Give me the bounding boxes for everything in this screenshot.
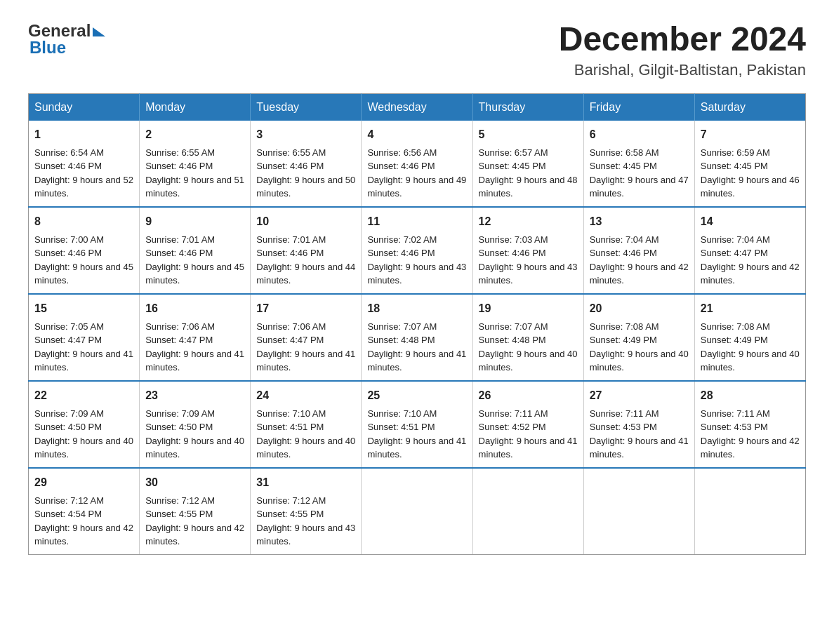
sunrise-text: Sunrise: 7:10 AM	[367, 408, 437, 419]
calendar-week-row-5: 29Sunrise: 7:12 AMSunset: 4:54 PMDayligh…	[29, 468, 806, 555]
daylight-text: Daylight: 9 hours and 43 minutes.	[479, 262, 578, 286]
calendar-cell: 15Sunrise: 7:05 AMSunset: 4:47 PMDayligh…	[29, 294, 140, 381]
day-number: 7	[701, 126, 800, 143]
calendar-cell: 12Sunrise: 7:03 AMSunset: 4:46 PMDayligh…	[472, 207, 583, 294]
calendar-cell: 27Sunrise: 7:11 AMSunset: 4:53 PMDayligh…	[583, 381, 694, 468]
day-number: 17	[256, 300, 355, 317]
calendar-week-row-4: 22Sunrise: 7:09 AMSunset: 4:50 PMDayligh…	[29, 381, 806, 468]
sunrise-text: Sunrise: 7:12 AM	[145, 495, 215, 506]
day-number: 18	[367, 300, 466, 317]
daylight-text: Daylight: 9 hours and 41 minutes.	[367, 436, 466, 460]
day-number: 20	[590, 300, 689, 317]
sunset-text: Sunset: 4:49 PM	[590, 335, 657, 345]
sunrise-text: Sunrise: 7:04 AM	[701, 234, 770, 245]
sunrise-text: Sunrise: 6:56 AM	[367, 147, 437, 158]
calendar-cell: 30Sunrise: 7:12 AMSunset: 4:55 PMDayligh…	[140, 468, 251, 555]
calendar-cell: 31Sunrise: 7:12 AMSunset: 4:55 PMDayligh…	[251, 468, 362, 555]
daylight-text: Daylight: 9 hours and 41 minutes.	[34, 349, 133, 373]
calendar-cell: 23Sunrise: 7:09 AMSunset: 4:50 PMDayligh…	[140, 381, 251, 468]
calendar-cell: 7Sunrise: 6:59 AMSunset: 4:45 PMDaylight…	[694, 121, 805, 207]
weekday-header-row: SundayMondayTuesdayWednesdayThursdayFrid…	[29, 93, 806, 121]
daylight-text: Daylight: 9 hours and 50 minutes.	[256, 175, 355, 199]
daylight-text: Daylight: 9 hours and 41 minutes.	[590, 436, 689, 460]
sunrise-text: Sunrise: 7:09 AM	[145, 408, 215, 419]
month-year-title: December 2024	[559, 21, 806, 58]
logo-blue-text: Blue	[29, 38, 66, 58]
daylight-text: Daylight: 9 hours and 49 minutes.	[367, 175, 466, 199]
sunset-text: Sunset: 4:46 PM	[256, 161, 324, 171]
weekday-header-monday: Monday	[140, 93, 251, 121]
calendar-cell: 25Sunrise: 7:10 AMSunset: 4:51 PMDayligh…	[362, 381, 472, 468]
day-number: 15	[34, 300, 133, 317]
weekday-header-wednesday: Wednesday	[362, 93, 472, 121]
sunset-text: Sunset: 4:51 PM	[367, 422, 435, 432]
sunset-text: Sunset: 4:47 PM	[701, 248, 768, 258]
sunrise-text: Sunrise: 7:11 AM	[479, 408, 548, 419]
weekday-header-tuesday: Tuesday	[251, 93, 362, 121]
sunset-text: Sunset: 4:46 PM	[367, 248, 435, 258]
sunset-text: Sunset: 4:46 PM	[590, 248, 657, 258]
sunset-text: Sunset: 4:46 PM	[256, 248, 324, 258]
calendar-cell: 8Sunrise: 7:00 AMSunset: 4:46 PMDaylight…	[29, 207, 140, 294]
sunset-text: Sunset: 4:55 PM	[145, 509, 213, 519]
sunrise-text: Sunrise: 7:12 AM	[34, 495, 104, 506]
sunset-text: Sunset: 4:49 PM	[701, 335, 768, 345]
daylight-text: Daylight: 9 hours and 44 minutes.	[256, 262, 355, 286]
calendar-cell: 22Sunrise: 7:09 AMSunset: 4:50 PMDayligh…	[29, 381, 140, 468]
day-number: 1	[34, 126, 133, 143]
sunset-text: Sunset: 4:47 PM	[256, 335, 324, 345]
day-number: 22	[34, 387, 133, 404]
sunset-text: Sunset: 4:50 PM	[34, 422, 102, 432]
sunrise-text: Sunrise: 7:01 AM	[145, 234, 215, 245]
calendar-cell: 24Sunrise: 7:10 AMSunset: 4:51 PMDayligh…	[251, 381, 362, 468]
sunrise-text: Sunrise: 7:02 AM	[367, 234, 437, 245]
calendar-cell: 18Sunrise: 7:07 AMSunset: 4:48 PMDayligh…	[362, 294, 472, 381]
calendar-cell: 3Sunrise: 6:55 AMSunset: 4:46 PMDaylight…	[251, 121, 362, 207]
daylight-text: Daylight: 9 hours and 43 minutes.	[367, 262, 466, 286]
daylight-text: Daylight: 9 hours and 41 minutes.	[367, 349, 466, 373]
day-number: 21	[701, 300, 800, 317]
sunrise-text: Sunrise: 6:54 AM	[34, 147, 104, 158]
sunrise-text: Sunrise: 7:08 AM	[590, 321, 659, 332]
calendar-cell: 13Sunrise: 7:04 AMSunset: 4:46 PMDayligh…	[583, 207, 694, 294]
sunrise-text: Sunrise: 7:01 AM	[256, 234, 326, 245]
daylight-text: Daylight: 9 hours and 42 minutes.	[701, 436, 800, 460]
daylight-text: Daylight: 9 hours and 45 minutes.	[145, 262, 244, 286]
location-subtitle: Barishal, Gilgit-Baltistan, Pakistan	[559, 61, 806, 79]
day-number: 14	[701, 213, 800, 230]
day-number: 11	[367, 213, 466, 230]
sunset-text: Sunset: 4:53 PM	[590, 422, 657, 432]
calendar-cell: 29Sunrise: 7:12 AMSunset: 4:54 PMDayligh…	[29, 468, 140, 555]
calendar-week-row-2: 8Sunrise: 7:00 AMSunset: 4:46 PMDaylight…	[29, 207, 806, 294]
logo: General Blue	[28, 21, 105, 58]
weekday-header-friday: Friday	[583, 93, 694, 121]
sunset-text: Sunset: 4:53 PM	[701, 422, 768, 432]
daylight-text: Daylight: 9 hours and 41 minutes.	[145, 349, 244, 373]
weekday-header-sunday: Sunday	[29, 93, 140, 121]
sunset-text: Sunset: 4:46 PM	[34, 161, 102, 171]
sunset-text: Sunset: 4:46 PM	[479, 248, 546, 258]
sunset-text: Sunset: 4:51 PM	[256, 422, 324, 432]
daylight-text: Daylight: 9 hours and 40 minutes.	[145, 436, 244, 460]
calendar-cell: 1Sunrise: 6:54 AMSunset: 4:46 PMDaylight…	[29, 121, 140, 207]
daylight-text: Daylight: 9 hours and 42 minutes.	[590, 262, 689, 286]
calendar-cell: 26Sunrise: 7:11 AMSunset: 4:52 PMDayligh…	[472, 381, 583, 468]
calendar-cell: 5Sunrise: 6:57 AMSunset: 4:45 PMDaylight…	[472, 121, 583, 207]
day-number: 28	[701, 387, 800, 404]
logo-triangle-icon	[93, 27, 105, 36]
daylight-text: Daylight: 9 hours and 40 minutes.	[590, 349, 689, 373]
sunset-text: Sunset: 4:48 PM	[479, 335, 546, 345]
daylight-text: Daylight: 9 hours and 51 minutes.	[145, 175, 244, 199]
sunrise-text: Sunrise: 6:59 AM	[701, 147, 770, 158]
sunrise-text: Sunrise: 7:08 AM	[701, 321, 770, 332]
calendar-cell: 21Sunrise: 7:08 AMSunset: 4:49 PMDayligh…	[694, 294, 805, 381]
sunrise-text: Sunrise: 7:04 AM	[590, 234, 659, 245]
weekday-header-thursday: Thursday	[472, 93, 583, 121]
calendar-cell	[362, 468, 472, 555]
sunset-text: Sunset: 4:45 PM	[701, 161, 768, 171]
calendar-cell: 14Sunrise: 7:04 AMSunset: 4:47 PMDayligh…	[694, 207, 805, 294]
sunrise-text: Sunrise: 7:09 AM	[34, 408, 104, 419]
day-number: 3	[256, 126, 355, 143]
sunset-text: Sunset: 4:46 PM	[34, 248, 102, 258]
calendar-cell: 28Sunrise: 7:11 AMSunset: 4:53 PMDayligh…	[694, 381, 805, 468]
